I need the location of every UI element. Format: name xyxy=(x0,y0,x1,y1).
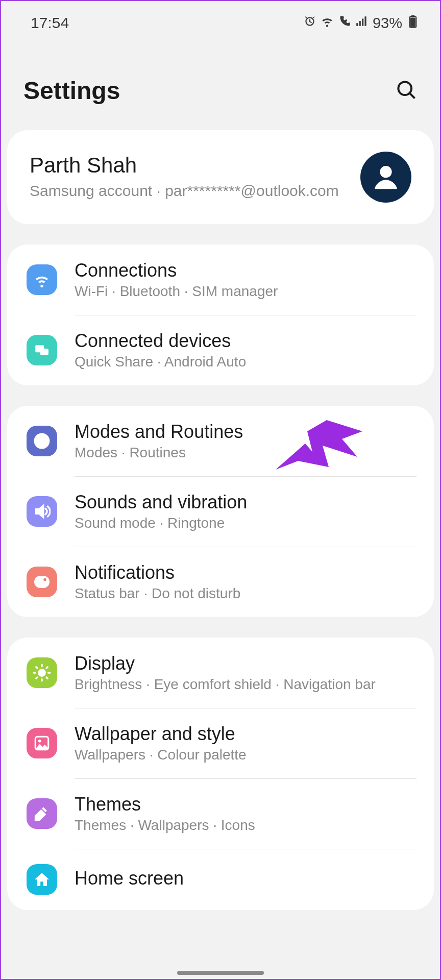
connections-icon xyxy=(27,264,57,295)
account-item: Parth Shah Samsung account · par********… xyxy=(7,130,434,224)
themes-icon xyxy=(27,798,57,829)
account-name: Parth Shah xyxy=(30,153,347,178)
settings-item-home[interactable]: Home screen xyxy=(7,849,434,910)
settings-item-sounds[interactable]: Sounds and vibrationSound mode · Rington… xyxy=(7,476,434,547)
account-card[interactable]: Parth Shah Samsung account · par********… xyxy=(7,130,434,224)
item-title: Connections xyxy=(75,260,411,281)
wallpaper-icon xyxy=(27,728,57,758)
svg-rect-8 xyxy=(40,349,48,355)
settings-group: ConnectionsWi-Fi · Bluetooth · SIM manag… xyxy=(7,244,434,385)
item-subtitle: Quick Share · Android Auto xyxy=(75,354,411,370)
call-wifi-icon xyxy=(338,14,351,32)
settings-item-connections[interactable]: ConnectionsWi-Fi · Bluetooth · SIM manag… xyxy=(7,244,434,315)
item-title: Themes xyxy=(75,794,411,815)
item-title: Wallpaper and style xyxy=(75,723,411,745)
svg-line-17 xyxy=(36,667,37,668)
item-subtitle: Wi-Fi · Bluetooth · SIM manager xyxy=(75,283,411,300)
search-button[interactable] xyxy=(395,79,418,103)
settings-item-connected[interactable]: Connected devicesQuick Share · Android A… xyxy=(7,315,434,385)
svg-point-3 xyxy=(398,82,411,95)
battery-icon xyxy=(406,14,420,32)
display-icon xyxy=(27,657,57,688)
item-title: Sounds and vibration xyxy=(75,492,411,513)
item-subtitle: Brightness · Eye comfort shield · Naviga… xyxy=(75,676,411,693)
svg-rect-1 xyxy=(410,17,416,27)
svg-point-5 xyxy=(380,166,391,178)
status-time: 17:54 xyxy=(31,14,69,32)
svg-line-20 xyxy=(46,667,47,668)
item-title: Connected devices xyxy=(75,330,411,352)
item-subtitle: Sound mode · Ringtone xyxy=(75,515,411,531)
item-title: Display xyxy=(75,653,411,674)
battery-text: 93% xyxy=(373,15,402,32)
status-bar: 17:54 93% xyxy=(0,0,441,41)
connected-icon xyxy=(27,335,57,365)
item-subtitle: Modes · Routines xyxy=(75,445,411,461)
svg-rect-2 xyxy=(411,15,415,16)
signal-icon xyxy=(355,14,369,32)
svg-rect-10 xyxy=(34,576,50,588)
svg-point-22 xyxy=(38,740,41,743)
page-header: Settings xyxy=(0,41,441,130)
svg-line-4 xyxy=(410,93,415,99)
svg-line-18 xyxy=(46,677,47,678)
settings-item-modes[interactable]: Modes and RoutinesModes · Routines xyxy=(7,406,434,476)
status-right: 93% xyxy=(303,14,420,32)
item-title: Notifications xyxy=(75,562,411,583)
account-subtitle: Samsung account · par*********@outlook.c… xyxy=(30,181,347,202)
settings-item-themes[interactable]: ThemesThemes · Wallpapers · Icons xyxy=(7,778,434,849)
svg-line-19 xyxy=(36,677,37,678)
settings-group: DisplayBrightness · Eye comfort shield ·… xyxy=(7,638,434,910)
svg-point-12 xyxy=(38,669,46,677)
search-icon xyxy=(395,95,418,103)
settings-group: Modes and RoutinesModes · RoutinesSounds… xyxy=(7,406,434,617)
item-title: Home screen xyxy=(75,868,411,889)
svg-point-11 xyxy=(43,578,47,582)
settings-item-wallpaper[interactable]: Wallpaper and styleWallpapers · Colour p… xyxy=(7,708,434,778)
item-subtitle: Status bar · Do not disturb xyxy=(75,585,411,602)
alarm-icon xyxy=(303,14,316,32)
modes-icon xyxy=(27,426,57,456)
home-icon xyxy=(27,864,57,895)
wifi-icon xyxy=(321,14,334,32)
item-subtitle: Themes · Wallpapers · Icons xyxy=(75,817,411,834)
item-title: Modes and Routines xyxy=(75,421,411,443)
notifications-icon xyxy=(27,567,57,597)
page-title: Settings xyxy=(23,77,120,105)
nav-handle[interactable] xyxy=(177,971,264,975)
settings-item-display[interactable]: DisplayBrightness · Eye comfort shield ·… xyxy=(7,638,434,708)
sounds-icon xyxy=(27,496,57,527)
item-subtitle: Wallpapers · Colour palette xyxy=(75,747,411,763)
settings-item-notifications[interactable]: NotificationsStatus bar · Do not disturb xyxy=(7,547,434,617)
avatar xyxy=(360,152,411,203)
